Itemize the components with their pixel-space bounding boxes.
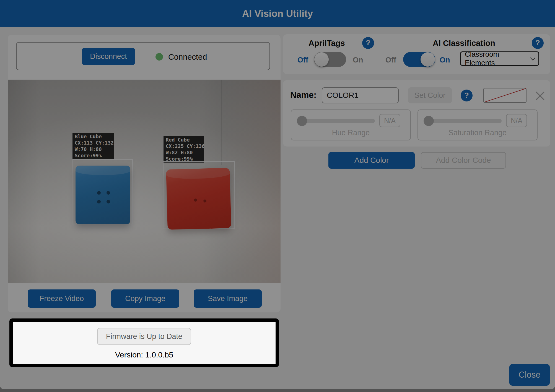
saturation-range-group: N/A Saturation Range [417, 109, 538, 140]
ai-classification-help-icon[interactable]: ? [532, 37, 544, 49]
cube-dot [97, 200, 101, 203]
camera-panel: Disconnect Connected Blue Cube CX:113 CY… [8, 35, 281, 312]
close-button[interactable]: Close [509, 364, 550, 386]
cube-dot [107, 191, 110, 195]
red-cube-object [166, 168, 231, 230]
ai-classification-title: AI Classification [433, 39, 495, 48]
ai-model-select[interactable]: Classroom Elements [460, 51, 539, 66]
color-name-input[interactable] [322, 87, 399, 103]
add-color-code-button[interactable]: Add Color Code [421, 152, 506, 169]
cube-dot [203, 199, 206, 202]
slider-knob[interactable] [297, 116, 307, 126]
detection-box-red-cube [163, 161, 235, 229]
saturation-range-value: N/A [506, 114, 527, 127]
color-editor-panel: Name: Set Color ? N/A Hue Range [283, 80, 550, 147]
slider-knob[interactable] [424, 116, 434, 126]
cube-dot [194, 198, 197, 202]
detection-line: Score:99% [75, 152, 112, 159]
color-swatch[interactable] [483, 88, 527, 103]
remove-color-icon[interactable] [534, 90, 546, 102]
detection-line: Red Cube [166, 137, 202, 143]
saturation-range-caption: Saturation Range [418, 129, 537, 137]
ai-model-selected-value: Classroom Elements [465, 50, 531, 67]
chevron-down-icon [530, 55, 535, 60]
detection-line: Blue Cube [75, 133, 112, 140]
apriltags-toggle[interactable] [314, 52, 346, 67]
camera-view: Blue Cube CX:113 CY:132 W:70 H:80 Score:… [8, 80, 281, 283]
set-color-button[interactable]: Set Color [408, 87, 452, 103]
color-help-icon[interactable]: ? [461, 90, 473, 101]
save-image-button[interactable]: Save Image [194, 289, 262, 308]
detection-line: W:70 H:80 [75, 146, 112, 152]
hue-range-caption: Hue Range [291, 129, 410, 137]
detection-modes-panel: AprilTags ? Off On AI Classification ? O… [283, 34, 550, 74]
apriltags-on-label: On [353, 56, 363, 64]
page-title: AI Vision Utility [0, 0, 555, 27]
ai-classification-toggle[interactable] [403, 52, 435, 67]
saturation-range-slider[interactable] [425, 119, 502, 123]
ai-classification-on-label: On [440, 56, 450, 64]
color-name-label: Name: [290, 90, 317, 100]
connection-status-icon [155, 53, 163, 61]
hue-range-slider[interactable] [299, 119, 375, 123]
apriltags-title: AprilTags [308, 39, 345, 48]
apriltags-off-label: Off [297, 56, 308, 64]
firmware-section: Firmware is Up to Date Version: 1.0.0.b5 [9, 318, 279, 367]
connection-status-text: Connected [168, 53, 207, 62]
empty-swatch-diagonal-icon [484, 88, 526, 102]
ai-vision-utility-app: AI Vision Utility Disconnect Connected B… [0, 0, 555, 392]
detection-box-blue-cube [72, 159, 133, 224]
add-color-button[interactable]: Add Color [328, 152, 415, 169]
ai-classification-off-label: Off [385, 56, 396, 64]
detection-line: CX:113 CY:132 [75, 140, 112, 146]
toggle-knob [314, 52, 329, 67]
ai-vision-utility-dialog: AI Vision Utility Disconnect Connected B… [0, 0, 555, 389]
hue-range-group: N/A Hue Range [291, 109, 411, 140]
cube-dot [107, 200, 110, 203]
copy-image-button[interactable]: Copy Image [111, 289, 179, 308]
hue-range-value: N/A [379, 114, 400, 127]
section-divider [378, 34, 378, 74]
connection-panel: Disconnect Connected [16, 42, 270, 70]
disconnect-button[interactable]: Disconnect [82, 48, 135, 65]
detection-label-red-cube: Red Cube CX:225 CY:136 W:82 H:80 Score:9… [164, 136, 204, 163]
apriltags-help-icon[interactable]: ? [362, 37, 374, 49]
blue-cube-object [76, 166, 130, 224]
freeze-video-button[interactable]: Freeze Video [28, 289, 96, 308]
camera-wall-corner [221, 80, 222, 165]
detection-line: CX:225 CY:136 [166, 143, 202, 149]
firmware-status-button[interactable]: Firmware is Up to Date [97, 328, 191, 345]
detection-line: W:82 H:80 [166, 149, 202, 156]
title-bar: AI Vision Utility [0, 0, 555, 27]
firmware-version-text: Version: 1.0.0.b5 [115, 351, 173, 359]
cube-dot [97, 191, 101, 195]
detection-label-blue-cube: Blue Cube CX:113 CY:132 W:70 H:80 Score:… [72, 133, 114, 159]
toggle-knob [421, 52, 435, 67]
